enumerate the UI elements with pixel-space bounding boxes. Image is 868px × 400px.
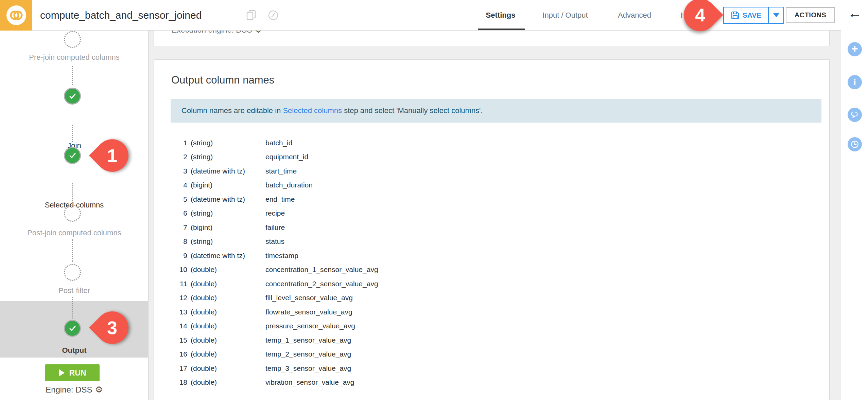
comments-icon[interactable] (848, 108, 862, 122)
column-index: 18 (154, 378, 187, 386)
gear-icon[interactable]: ⚙ (255, 31, 262, 34)
column-index: 10 (154, 266, 187, 274)
steps-sidebar: Pre-join computed columns Join Selected … (0, 31, 149, 400)
column-type: (double) (191, 364, 217, 372)
column-index: 9 (154, 252, 187, 260)
column-index: 7 (154, 223, 187, 232)
step-circle-post-join[interactable] (64, 205, 81, 222)
column-name: temp_1_sensor_value_avg (265, 336, 351, 344)
step-label-post-filter[interactable]: Post-filter (0, 286, 149, 295)
step-label-post-join[interactable]: Post-join computed columns (0, 229, 149, 237)
column-index: 3 (154, 167, 187, 175)
actions-button[interactable]: ACTIONS (786, 7, 835, 23)
column-index: 12 (154, 294, 187, 302)
info-icon[interactable]: i (848, 75, 862, 89)
step-circle-selected-columns[interactable] (64, 147, 81, 164)
column-row: 8 (string) status (154, 235, 829, 249)
column-type: (bigint) (191, 223, 212, 232)
column-type: (bigint) (191, 181, 212, 189)
column-type: (double) (191, 294, 217, 302)
tab-settings[interactable]: Settings (486, 0, 516, 30)
tab-input-output[interactable]: Input / Output (542, 0, 588, 30)
column-index: 14 (154, 322, 187, 330)
column-type: (double) (191, 350, 217, 358)
save-label: SAVE (743, 11, 762, 19)
column-name: batch_id (265, 139, 292, 147)
compass-icon[interactable] (268, 10, 279, 22)
step-connector (72, 183, 73, 203)
join-icon (6, 5, 26, 25)
column-name: temp_2_sensor_value_avg (265, 350, 351, 358)
step-connector (72, 66, 73, 85)
column-index: 13 (154, 308, 187, 316)
check-icon (67, 323, 77, 333)
column-row: 3 (datetime with tz) start_time (154, 164, 829, 178)
history-icon[interactable] (848, 137, 862, 151)
back-arrow-icon[interactable]: ← (841, 6, 868, 20)
column-row: 9 (datetime with tz) timestamp (154, 249, 829, 263)
step-label-pre-join[interactable]: Pre-join computed columns (0, 53, 149, 62)
output-columns-panel: Output column names Column names are edi… (154, 59, 830, 400)
engine-row: Engine: DSS⚙ (0, 384, 149, 395)
step-circle-output[interactable] (64, 320, 81, 337)
column-row: 10 (double) concentration_1_sensor_value… (154, 263, 829, 277)
column-row: 5 (datetime with tz) end_time (154, 192, 829, 206)
column-name: temp_3_sensor_value_avg (265, 364, 351, 372)
column-index: 5 (154, 195, 187, 203)
column-index: 4 (154, 181, 187, 189)
run-button[interactable]: RUN (45, 364, 100, 381)
check-icon (67, 91, 77, 101)
column-name: status (265, 237, 284, 246)
step-circle-post-filter[interactable] (64, 264, 81, 281)
active-tab-underline (478, 29, 525, 30)
column-index: 8 (154, 237, 187, 246)
info-banner: Column names are editable in Selected co… (171, 99, 821, 123)
tab-advanced[interactable]: Advanced (618, 0, 651, 30)
step-circle-join[interactable] (64, 88, 81, 105)
save-button[interactable]: SAVE (723, 7, 784, 24)
column-type: (string) (191, 153, 213, 161)
execution-engine-heading: Execution engine: DSS⚙ (172, 31, 262, 35)
execution-engine-label: Execution engine: DSS (172, 31, 252, 34)
column-type: (double) (191, 308, 217, 316)
play-icon (59, 369, 65, 377)
column-name: concentration_1_sensor_value_avg (265, 266, 378, 274)
column-row: 13 (double) flowrate_sensor_value_avg (154, 305, 829, 319)
column-name: pressure_sensor_value_avg (265, 322, 355, 330)
column-row: 16 (double) temp_2_sensor_value_avg (154, 347, 829, 362)
column-name: timestamp (265, 252, 298, 260)
step-circle-pre-join[interactable] (64, 31, 81, 48)
column-name: start_time (265, 167, 297, 175)
run-label: RUN (69, 368, 86, 378)
add-icon[interactable]: + (848, 42, 862, 56)
column-index: 15 (154, 336, 187, 344)
column-name: batch_duration (265, 181, 313, 189)
column-name: end_time (265, 195, 295, 203)
column-name: failure (265, 223, 285, 232)
column-type: (datetime with tz) (191, 195, 245, 203)
column-row: 6 (string) recipe (154, 206, 829, 221)
gear-icon[interactable]: ⚙ (95, 384, 103, 395)
column-type: (datetime with tz) (191, 167, 245, 175)
save-dropdown-button[interactable] (768, 7, 783, 23)
join-recipe-logo (0, 0, 32, 31)
header-bar: compute_batch_and_sensor_joined Settings… (0, 0, 841, 31)
column-row: 17 (double) temp_3_sensor_value_avg (154, 361, 829, 376)
column-name: concentration_2_sensor_value_avg (265, 280, 378, 288)
step-label-output[interactable]: Output (0, 346, 149, 355)
column-type: (double) (191, 378, 217, 386)
callout-1: 1 (89, 132, 135, 179)
column-index: 6 (154, 209, 187, 217)
step-connector (72, 297, 73, 319)
info-banner-text: Column names are editable in Selected co… (181, 106, 483, 115)
column-type: (string) (191, 237, 213, 246)
chevron-down-icon (773, 13, 779, 17)
column-row: 15 (double) temp_1_sensor_value_avg (154, 333, 829, 347)
step-connector (72, 239, 73, 262)
engine-label: Engine: DSS (46, 385, 92, 394)
column-row: 1 (string) batch_id (154, 136, 829, 150)
column-type: (double) (191, 266, 217, 274)
selected-columns-link[interactable]: Selected columns (283, 106, 342, 115)
copy-icon[interactable] (246, 10, 256, 22)
column-index: 11 (154, 280, 187, 288)
